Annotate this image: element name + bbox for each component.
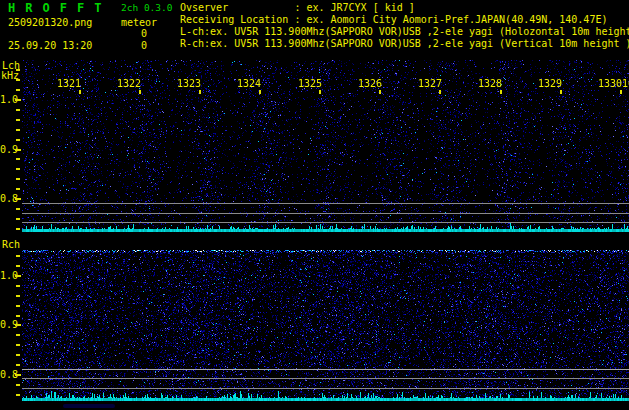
time-label: 1322 — [117, 78, 141, 89]
rch-spectrogram — [22, 250, 629, 401]
freq-axis-tick — [16, 354, 20, 356]
meteor-count-rch: 0 — [141, 40, 147, 51]
rch-channel-label: Rch — [2, 239, 20, 250]
time-label: 1327 — [418, 78, 442, 89]
time-axis-tick — [379, 90, 381, 94]
mode-version-label: 2ch 0.3.0 — [121, 2, 172, 13]
freq-axis-tick — [16, 69, 20, 71]
freq-axis-tick — [16, 208, 20, 210]
time-label: 1325 — [298, 78, 322, 89]
freq-axis-tick — [15, 324, 21, 326]
time-axis-tick — [199, 90, 201, 94]
rch-ytick-1-0: 1.0 — [0, 270, 16, 281]
freq-axis-tick — [16, 285, 20, 287]
freq-axis-tick — [16, 158, 20, 160]
time-axis-tick — [79, 90, 81, 94]
time-axis-tick — [139, 90, 141, 94]
freq-axis-tick — [16, 188, 20, 190]
observer-info-line: Ovserver : ex. JR7CYX [ kid ] — [180, 2, 415, 14]
freq-axis-tick — [15, 374, 21, 376]
time-label: 1321 — [57, 78, 81, 89]
freq-axis-tick — [16, 315, 20, 317]
freq-axis-tick — [16, 228, 20, 230]
time-axis-tick — [319, 90, 321, 94]
time-label: 1329 — [538, 78, 562, 89]
freq-axis-tick — [16, 344, 20, 346]
freq-axis-tick — [16, 79, 20, 81]
app-title: H R O F F T — [8, 1, 103, 15]
freq-axis-tick — [16, 119, 20, 121]
freq-axis-tick — [15, 149, 21, 151]
time-axis-tick — [259, 90, 261, 94]
freq-axis-tick — [16, 305, 20, 307]
time-label: 1324 — [237, 78, 261, 89]
freq-axis-tick — [16, 218, 20, 220]
lch-ytick-1-0: 1.0 — [0, 94, 16, 105]
freq-axis-tick — [16, 139, 20, 141]
time-axis-tick — [620, 90, 622, 94]
location-info-line: Receiving Location : ex. Aomori City Aom… — [180, 14, 607, 26]
rch-rig-info-line: R-ch:ex. UV5R 113.900Mhz(SAPPORO VOR)USB… — [180, 38, 629, 50]
freq-axis-tick — [16, 295, 20, 297]
time-axis-tick — [560, 90, 562, 94]
time-label: 1330 — [598, 78, 622, 89]
rch-ytick-0-8: 0.8 — [0, 369, 16, 380]
lch-ytick-0-9: 0.9 — [0, 144, 16, 155]
time-label: 1326 — [358, 78, 382, 89]
freq-axis-tick — [16, 255, 20, 257]
timestamp: 25.09.20 13:20 — [8, 40, 92, 51]
output-filename: 2509201320.png — [8, 17, 92, 28]
freq-axis-tick — [16, 394, 20, 396]
freq-axis-tick — [16, 178, 20, 180]
freq-axis-tick — [16, 129, 20, 131]
freq-axis-tick — [16, 168, 20, 170]
freq-axis-tick — [15, 198, 21, 200]
meteor-counter-label: meteor — [121, 17, 157, 28]
meteor-count-lch: 0 — [141, 28, 147, 39]
freq-axis-tick — [16, 364, 20, 366]
freq-axis-tick — [15, 275, 21, 277]
time-label: 1323 — [177, 78, 201, 89]
hrofft-screen: H R O F F T 2ch 0.3.0 2509201320.png met… — [0, 0, 629, 410]
time-axis-tick — [500, 90, 502, 94]
freq-axis-tick — [16, 384, 20, 386]
freq-axis-tick — [16, 109, 20, 111]
rch-ytick-0-9: 0.9 — [0, 319, 16, 330]
time-axis-edge-label: 10 — [622, 78, 629, 89]
freq-axis-tick — [16, 89, 20, 91]
time-label: 1328 — [478, 78, 502, 89]
freq-axis-tick — [16, 265, 20, 267]
lch-rig-info-line: L-ch:ex. UV5R 113.900Mhz(SAPPORO VOR)USB… — [180, 26, 629, 38]
faint-artifact — [63, 404, 115, 408]
lch-ytick-0-8: 0.8 — [0, 193, 16, 204]
freq-axis-tick — [15, 99, 21, 101]
freq-axis-tick — [16, 334, 20, 336]
time-axis-tick — [439, 90, 441, 94]
